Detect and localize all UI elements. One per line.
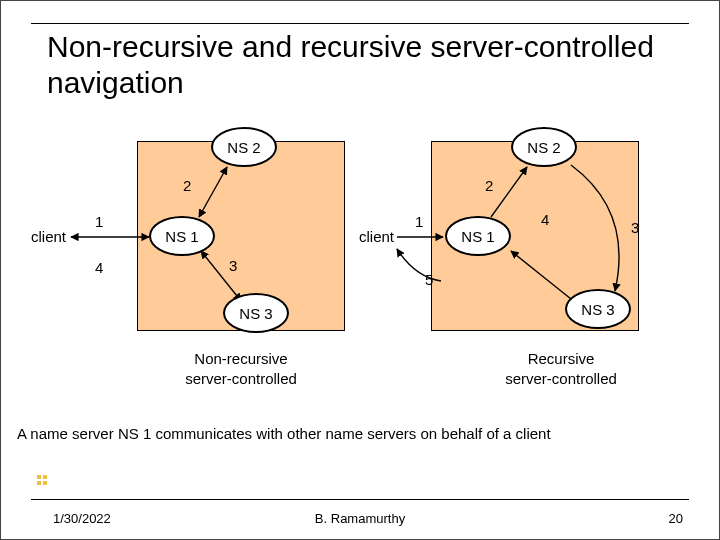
diagram-area: client NS 1 NS 2 NS 3 1 2 3 4 Non-recurs… [1,131,720,441]
right-ns1-label: NS 1 [461,228,494,245]
page-title: Non-recursive and recursive server-contr… [47,29,687,101]
body-caption: A name server NS 1 communicates with oth… [1,425,719,442]
left-ns2-label: NS 2 [227,139,260,156]
left-client-label: client [31,228,66,245]
right-ns3-node: NS 3 [565,289,631,329]
left-ns1-node: NS 1 [149,216,215,256]
left-num-1: 1 [95,213,103,230]
right-num-2: 2 [485,177,493,194]
top-divider [31,23,689,24]
footer-page: 20 [669,511,683,526]
left-ns3-label: NS 3 [239,305,272,322]
left-subcaption: Non-recursive server-controlled [151,349,331,388]
right-ns1-node: NS 1 [445,216,511,256]
right-num-1: 1 [415,213,423,230]
right-num-3: 3 [631,219,639,236]
left-num-4: 4 [95,259,103,276]
left-ns2-node: NS 2 [211,127,277,167]
left-ns1-label: NS 1 [165,228,198,245]
footer-author: B. Ramamurthy [1,511,719,526]
right-ns2-label: NS 2 [527,139,560,156]
right-num-4: 4 [541,211,549,228]
right-ns3-label: NS 3 [581,301,614,318]
right-ns2-node: NS 2 [511,127,577,167]
right-num-5: 5 [425,271,433,288]
bottom-divider [31,499,689,500]
slide: Non-recursive and recursive server-contr… [0,0,720,540]
left-ns3-node: NS 3 [223,293,289,333]
right-subcaption: Recursive server-controlled [471,349,651,388]
right-client-label: client [359,228,394,245]
left-num-3: 3 [229,257,237,274]
corner-decoration [37,475,49,487]
left-num-2: 2 [183,177,191,194]
